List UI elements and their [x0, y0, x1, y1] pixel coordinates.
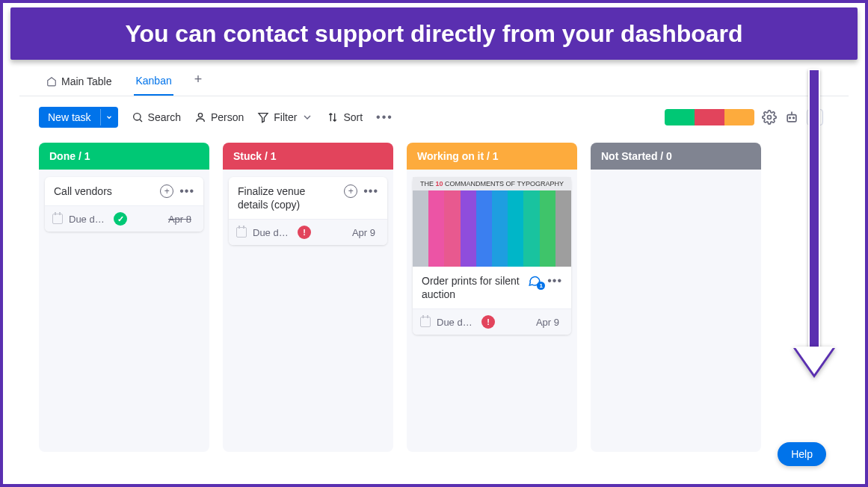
card-title: Finalize venue details (copy): [238, 184, 338, 211]
filter-icon: [257, 111, 269, 123]
card-title: Order prints for silent auction: [422, 274, 522, 301]
svg-point-7: [793, 117, 795, 119]
card-title: Call vendors: [54, 184, 112, 198]
sort-button[interactable]: Sort: [327, 111, 363, 123]
card-order-prints[interactable]: THE 10 COMMANDMENTS OF TYPOGRAPHY Order …: [413, 177, 571, 335]
status-segment-stuck: [695, 109, 724, 125]
card-date: Apr 8: [168, 214, 191, 225]
filter-label: Filter: [274, 111, 297, 123]
status-overdue-icon: !: [481, 315, 495, 329]
column-stuck: Stuck / 1 Finalize venue details (copy) …: [223, 143, 393, 452]
card-more-button[interactable]: •••: [179, 185, 194, 197]
tab-kanban[interactable]: Kanban: [134, 69, 173, 96]
due-date-label: Due da...: [253, 227, 292, 238]
svg-marker-3: [259, 114, 268, 122]
svg-point-2: [198, 114, 202, 117]
home-icon: [46, 76, 57, 87]
status-done-icon: ✓: [114, 212, 127, 226]
chevron-up-icon: [811, 114, 819, 121]
svg-point-0: [133, 114, 140, 120]
svg-point-4: [768, 116, 772, 120]
new-task-button[interactable]: New task: [39, 107, 100, 128]
filter-button[interactable]: Filter: [257, 111, 313, 123]
card-call-vendors[interactable]: Call vendors + ••• Due da... ✓ Apr 8: [45, 177, 203, 232]
calendar-icon: [236, 227, 247, 238]
collapse-button[interactable]: [807, 109, 823, 125]
due-date-label: Due da...: [437, 317, 475, 328]
column-header-label: Working on it / 1: [417, 150, 499, 162]
search-button[interactable]: Search: [132, 111, 181, 123]
robot-icon[interactable]: [784, 110, 799, 125]
card-footer: Due da... ! Apr 9: [229, 219, 387, 245]
chevron-down-icon: [301, 111, 313, 123]
column-not-started: Not Started / 0: [591, 143, 761, 452]
add-subitem-button[interactable]: +: [160, 184, 173, 198]
toolbar: New task Search Person Filter Sort: [19, 96, 849, 138]
view-tabs: Main Table Kanban +: [19, 67, 849, 96]
column-header-label: Stuck / 1: [233, 150, 277, 162]
instruction-banner: You can contact support directly from yo…: [10, 7, 858, 60]
tab-label: Main Table: [61, 75, 111, 87]
status-overdue-icon: !: [298, 226, 311, 239]
settings-icon[interactable]: [762, 110, 777, 125]
card-finalize-venue[interactable]: Finalize venue details (copy) + ••• Due …: [229, 177, 387, 245]
comment-count-badge: 1: [537, 282, 545, 290]
column-header-stuck[interactable]: Stuck / 1: [223, 143, 393, 170]
card-thumbnail: THE 10 COMMANDMENTS OF TYPOGRAPHY: [413, 177, 571, 267]
column-header-working[interactable]: Working on it / 1: [407, 143, 577, 170]
toolbar-more-button[interactable]: •••: [376, 111, 393, 124]
banner-text: You can contact support directly from yo…: [125, 20, 742, 48]
status-summary-pill[interactable]: [665, 109, 754, 125]
due-date-label: Due da...: [69, 214, 108, 225]
status-segment-working: [724, 109, 754, 125]
person-filter-button[interactable]: Person: [194, 111, 244, 123]
column-working: Working on it / 1 THE 10 COMMANDMENTS OF…: [407, 143, 577, 452]
column-header-not-started[interactable]: Not Started / 0: [591, 143, 761, 170]
sort-label: Sort: [343, 111, 363, 123]
new-task-label: New task: [48, 111, 91, 123]
card-footer: Due da... ! Apr 9: [413, 308, 571, 335]
calendar-icon: [52, 214, 63, 224]
thumbnail-title: THE 10 COMMANDMENTS OF TYPOGRAPHY: [413, 177, 571, 190]
search-label: Search: [148, 111, 181, 123]
card-date: Apr 9: [536, 317, 559, 328]
new-task-dropdown[interactable]: [100, 109, 118, 125]
status-segment-done: [665, 109, 695, 125]
person-icon: [194, 111, 206, 123]
tab-label: Kanban: [135, 75, 171, 87]
tab-main-table[interactable]: Main Table: [45, 69, 113, 95]
kanban-columns: Done / 1 Call vendors + ••• Due: [19, 138, 849, 459]
chevron-down-icon: [105, 114, 113, 121]
kanban-board: Main Table Kanban + New task Search Pers…: [19, 67, 849, 477]
search-icon: [132, 111, 144, 123]
new-task-button-group: New task: [39, 107, 118, 128]
calendar-icon: [420, 317, 431, 327]
comments-icon[interactable]: 1: [528, 274, 541, 288]
person-label: Person: [211, 111, 244, 123]
add-view-button[interactable]: +: [194, 72, 203, 93]
add-subitem-button[interactable]: +: [344, 184, 357, 198]
help-button[interactable]: Help: [778, 442, 826, 466]
toolbar-right: [665, 109, 823, 125]
help-label: Help: [791, 448, 813, 460]
thumbnail-graphic: [413, 190, 571, 267]
card-more-button[interactable]: •••: [547, 275, 562, 287]
card-more-button[interactable]: •••: [363, 185, 378, 197]
svg-line-1: [140, 120, 142, 122]
column-header-done[interactable]: Done / 1: [39, 143, 209, 170]
column-header-label: Done / 1: [49, 150, 90, 162]
sort-icon: [327, 111, 339, 123]
card-footer: Due da... ✓ Apr 8: [45, 205, 203, 232]
svg-point-6: [789, 117, 791, 119]
column-header-label: Not Started / 0: [601, 150, 672, 162]
card-date: Apr 9: [352, 227, 375, 238]
column-done: Done / 1 Call vendors + ••• Due: [39, 143, 209, 452]
